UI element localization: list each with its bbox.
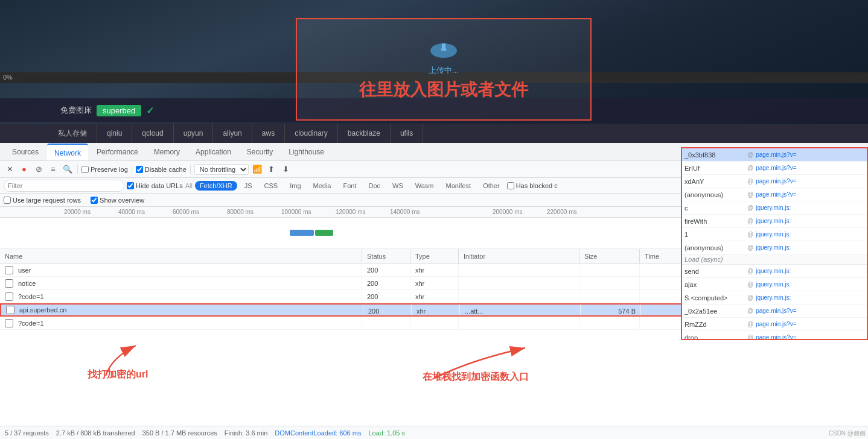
cs-file-2[interactable]: page.min.js?v= [756, 165, 797, 171]
tab-application[interactable]: Application [188, 144, 238, 160]
call-stack-row[interactable]: S.<computed> @ jquery.min.js: [682, 291, 867, 305]
cs-file-6[interactable]: jquery.min.js: [756, 218, 791, 224]
storage-tab-aliyun[interactable]: aliyun [213, 124, 252, 143]
search-button[interactable]: 🔍 [62, 163, 74, 175]
call-stack-scroll[interactable]: _0x3bf838 @ page.min.js?v= ErIUf @ page.… [682, 148, 867, 339]
show-overview-checkbox[interactable]: Show overview [91, 197, 144, 204]
upload-drop-zone[interactable]: 上传中... 往里放入图片或者文件 [296, 18, 592, 121]
filter-media[interactable]: Media [308, 181, 336, 191]
large-rows-checkbox[interactable]: Use large request rows [4, 197, 81, 204]
filter-css[interactable]: CSS [260, 181, 283, 191]
hide-data-urls-input[interactable] [127, 182, 134, 189]
tab-network[interactable]: Network [47, 144, 88, 160]
cs-file-7[interactable]: jquery.min.js: [756, 231, 791, 238]
call-stack-row[interactable]: (anonymous) @ jquery.min.js: [682, 241, 867, 254]
filter-fetch-xhr[interactable]: Fetch/XHR [195, 181, 237, 191]
close-button[interactable]: ✕ [4, 163, 16, 175]
filter-other[interactable]: Other [478, 181, 505, 191]
record-button[interactable]: ● [18, 163, 30, 175]
tab-memory[interactable]: Memory [147, 144, 187, 160]
storage-tab-ufils[interactable]: ufils [391, 124, 423, 143]
filter-font[interactable]: Font [338, 181, 361, 191]
ruler-mark-2: 40000 ms [118, 209, 173, 215]
preserve-log-input[interactable] [81, 166, 89, 173]
call-stack-row[interactable]: c @ jquery.min.js: [682, 201, 867, 215]
storage-tab-私人存储[interactable]: 私人存储 [48, 124, 97, 143]
tab-security[interactable]: Security [240, 144, 280, 160]
cs-file-11[interactable]: jquery.min.js: [756, 294, 791, 301]
cs-file-13[interactable]: page.min.js?v= [756, 321, 797, 327]
filter-manifest[interactable]: Manifest [441, 181, 476, 191]
cs-file-3[interactable]: page.min.js?v= [756, 178, 797, 185]
filter-input[interactable] [4, 180, 124, 192]
td-status-api: 200 [363, 305, 412, 315]
timeline-bar-green [315, 230, 333, 236]
call-stack-row[interactable]: send @ jquery.min.js: [682, 265, 867, 278]
filter-ws[interactable]: WS [388, 181, 408, 191]
cs-file-1[interactable]: page.min.js?v= [756, 151, 797, 158]
row-checkbox-user[interactable] [5, 266, 13, 274]
storage-tab-qiniu[interactable]: qiniu [97, 124, 132, 143]
storage-tab-upyun[interactable]: upyun [174, 124, 214, 143]
brand-active-tab[interactable]: superbed [97, 105, 141, 116]
td-size-code2 [579, 317, 640, 329]
call-stack-row[interactable]: ajax @ jquery.min.js: [682, 278, 867, 291]
cs-at-2: @ [747, 165, 753, 171]
cs-at-14: @ [747, 334, 753, 339]
storage-tab-qcloud[interactable]: qcloud [132, 124, 173, 143]
call-stack-row[interactable]: _0x3bf838 @ page.min.js?v= [682, 148, 867, 162]
row-checkbox-notice[interactable] [5, 279, 13, 288]
cs-name-9: send [685, 268, 745, 275]
call-stack-row[interactable]: xdAnY @ page.min.js?v= [682, 175, 867, 188]
th-status[interactable]: Status [362, 249, 410, 263]
has-blocked-checkbox[interactable]: Has blocked c [507, 182, 558, 189]
call-stack-row[interactable]: _0x2a51ee @ page.min.js?v= [682, 305, 867, 318]
call-stack-row[interactable]: ErIUf @ page.min.js?v= [682, 162, 867, 175]
cs-file-9[interactable]: jquery.min.js: [756, 268, 791, 274]
cs-file-12[interactable]: page.min.js?v= [756, 308, 797, 314]
disable-cache-checkbox[interactable]: Disable cache [136, 166, 187, 173]
call-stack-row[interactable]: fireWith @ jquery.min.js: [682, 215, 867, 228]
call-stack-row[interactable]: (anonymous) @ page.min.js?v= [682, 188, 867, 201]
th-type[interactable]: Type [410, 249, 459, 263]
throttling-select[interactable]: No throttling Fast 3G Slow 3G Offline [194, 164, 249, 175]
filter-img[interactable]: Img [285, 181, 305, 191]
storage-tab-cloudinary[interactable]: cloudinary [285, 124, 338, 143]
th-name[interactable]: Name [0, 249, 362, 263]
tab-performance[interactable]: Performance [89, 144, 145, 160]
hide-data-urls-checkbox[interactable]: Hide data URLs [127, 182, 183, 189]
cs-name-6: fireWith [685, 218, 745, 225]
cs-file-5[interactable]: jquery.min.js: [756, 204, 791, 211]
filter-wasm[interactable]: Wasm [410, 181, 439, 191]
cs-file-14[interactable]: page.min.js?v= [756, 334, 797, 339]
tab-lighthouse[interactable]: Lighthouse [281, 144, 331, 160]
upload-hint-text: 往里放入图片或者文件 [359, 78, 528, 101]
preserve-log-checkbox[interactable]: Preserve log [81, 166, 128, 173]
th-size[interactable]: Size [579, 249, 640, 263]
storage-tab-backblaze[interactable]: backblaze [338, 124, 391, 143]
td-size-user [579, 264, 640, 276]
th-initiator[interactable]: Initiator [459, 249, 579, 263]
cs-file-10[interactable]: jquery.min.js: [756, 281, 791, 288]
show-overview-input[interactable] [91, 197, 98, 204]
td-size-api: 574 B [581, 305, 641, 315]
row-checkbox-code2[interactable] [5, 319, 13, 327]
cs-name-3: xdAnY [685, 178, 745, 185]
row-checkbox-code1[interactable] [5, 292, 13, 301]
cs-name-1: _0x3bf838 [685, 151, 745, 159]
filter-doc[interactable]: Doc [363, 181, 385, 191]
call-stack-row[interactable]: drop @ page.min.js?v= [682, 331, 867, 339]
call-stack-row[interactable]: 1 @ jquery.min.js: [682, 228, 867, 241]
cs-file-8[interactable]: jquery.min.js: [756, 244, 791, 251]
clear-button[interactable]: ⊘ [33, 163, 45, 175]
large-rows-input[interactable] [4, 197, 11, 204]
filter-toggle-button[interactable]: ≡ [47, 163, 59, 175]
storage-tab-aws[interactable]: aws [252, 124, 285, 143]
has-blocked-input[interactable] [507, 182, 514, 189]
call-stack-row[interactable]: RmZZd @ page.min.js?v= [682, 318, 867, 331]
row-checkbox-api[interactable] [6, 306, 14, 314]
filter-js[interactable]: JS [240, 181, 257, 191]
cs-file-4[interactable]: page.min.js?v= [756, 191, 797, 198]
disable-cache-input[interactable] [136, 166, 143, 173]
tab-sources[interactable]: Sources [5, 144, 46, 160]
